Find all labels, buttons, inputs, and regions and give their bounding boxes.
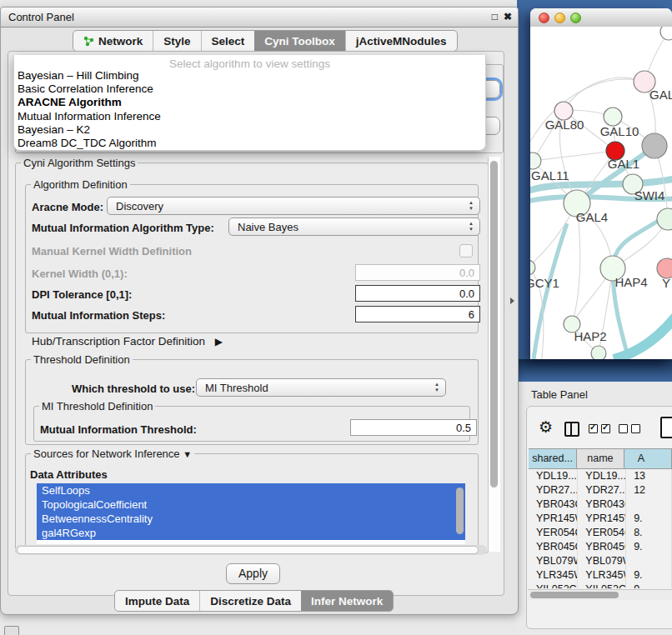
- table-row[interactable]: YDR27...YDR27...12: [529, 483, 672, 498]
- table-panel-title: Table Panel: [531, 388, 588, 401]
- attribute-item-gal4rgexp[interactable]: gal4RGexp: [37, 526, 465, 540]
- tab-style[interactable]: Style: [153, 31, 200, 51]
- control-panel-window: Control Panel □ ✖ NetworkStyleSelectCyni…: [0, 7, 519, 615]
- tab-jactivemnodules[interactable]: jActiveMNodules: [345, 31, 457, 51]
- node-gcy1[interactable]: [530, 260, 535, 275]
- scrollbar-thumb[interactable]: [530, 592, 619, 598]
- zoom-traffic-light[interactable]: [570, 12, 581, 23]
- column-header-a[interactable]: A: [624, 449, 672, 468]
- algorithm-option-basic-correlation-inference[interactable]: Basic Correlation Inference: [14, 82, 485, 96]
- data-attributes-list[interactable]: SelfLoopsTopologicalCoefficientBetweenne…: [37, 483, 465, 544]
- tab-label: Impute Data: [125, 595, 189, 608]
- table-row[interactable]: YIL052CYIL052C9: [529, 582, 672, 588]
- control-panel-title: Control Panel: [8, 11, 74, 23]
- node[interactable]: [657, 208, 672, 230]
- algorithm-option-aracne-algorithm[interactable]: ARACNE Algorithm: [14, 96, 485, 109]
- table-horizontal-scrollbar[interactable]: [528, 589, 672, 600]
- table-body[interactable]: YDL19...YDL19...13YDR27...YDR27...12YBR0…: [529, 469, 672, 588]
- table-header-row[interactable]: shared...nameA: [529, 448, 672, 469]
- network-canvas[interactable]: GALGAL80GAL10GAL1GAL11SWI4GAL4GCY1HAP4YH…: [530, 27, 672, 359]
- table-cell: YBR045C: [529, 540, 578, 554]
- gear-icon[interactable]: ⚙: [539, 419, 553, 436]
- table-row[interactable]: YBL079WYBL079W: [529, 554, 672, 568]
- scrollbar-thumb[interactable]: [490, 161, 498, 488]
- panel-divider-handle[interactable]: [510, 298, 514, 304]
- close-traffic-light[interactable]: [539, 12, 549, 23]
- float-window-icon[interactable]: □: [492, 11, 498, 22]
- tab-select[interactable]: Select: [201, 31, 255, 51]
- mi-type-combobox[interactable]: Naive Bayes ▲▼: [228, 218, 480, 236]
- node-gal11[interactable]: [530, 152, 541, 169]
- sources-title-label: Sources for Network Inference: [33, 448, 180, 460]
- table-cell: YDR27...: [578, 483, 626, 498]
- algorithm-option-dream8-dc-tdc-algorithm[interactable]: Dream8 DC_TDC Algorithm: [14, 137, 485, 150]
- spinner-arrows-icon: ▲▼: [469, 221, 474, 232]
- node-label-gal80: GAL80: [545, 118, 584, 132]
- node-label-gal11: GAL11: [531, 168, 569, 182]
- mi-steps-field[interactable]: [355, 306, 480, 322]
- table-row[interactable]: YDL19...YDL19...13: [529, 469, 672, 483]
- settings-horizontal-scrollbar[interactable]: [15, 545, 487, 555]
- attribute-item-topologicalcoefficient[interactable]: TopologicalCoefficient: [37, 498, 465, 512]
- hub-definition-toggle[interactable]: Hub/Transcription Factor Definition ▶: [32, 335, 223, 348]
- algorithm-definition-title: Algorithm Definition: [31, 178, 130, 191]
- kernel-width-field[interactable]: [355, 264, 480, 281]
- algorithm-option-bayesian-k2[interactable]: Bayesian – K2: [14, 123, 485, 137]
- tab-cyni-toolbox[interactable]: Cyni Toolbox: [254, 31, 345, 51]
- dpi-tolerance-field[interactable]: [355, 285, 480, 302]
- table-row[interactable]: YBR043CYBR043C: [529, 498, 672, 512]
- mi-threshold-field[interactable]: [350, 419, 477, 436]
- data-attributes-label: Data Attributes: [30, 468, 108, 481]
- control-panel-tabs: NetworkStyleSelectCyni ToolboxjActiveMNo…: [73, 30, 458, 52]
- apply-button[interactable]: Apply: [226, 563, 280, 584]
- table-row[interactable]: YER054CYER054C8.: [529, 526, 672, 540]
- mi-type-value: Naive Bayes: [238, 221, 298, 233]
- control-panel-titlebar[interactable]: Control Panel □ ✖: [1, 8, 518, 28]
- table-row[interactable]: YBR045CYBR045C9.: [529, 540, 672, 554]
- column-header-name[interactable]: name: [577, 449, 624, 468]
- table-cell: 9.: [626, 512, 672, 526]
- list-scrollbar-thumb[interactable]: [456, 488, 464, 534]
- node[interactable]: [660, 27, 672, 40]
- tab-label: Discretize Data: [210, 595, 291, 608]
- checked-box-icon: [601, 424, 610, 433]
- tab-discretize-data[interactable]: Discretize Data: [199, 591, 301, 611]
- table-row[interactable]: YPR145WYPR145W9.: [529, 512, 672, 526]
- node-label-gal: GAL: [649, 88, 672, 102]
- algorithm-option-mutual-information-inference[interactable]: Mutual Information Inference: [14, 110, 485, 123]
- aracne-mode-combobox[interactable]: Discovery ▲▼: [107, 197, 480, 215]
- network-window-titlebar[interactable]: [530, 8, 672, 28]
- node-table[interactable]: shared...nameA YDL19...YDL19...13YDR27..…: [529, 448, 672, 588]
- deselect-all-checkboxes-icon[interactable]: [619, 424, 640, 433]
- sources-title[interactable]: Sources for Network Inference ▼: [31, 448, 194, 460]
- checked-box-icon: [589, 424, 598, 433]
- tab-impute-data[interactable]: Impute Data: [115, 591, 199, 611]
- minimize-traffic-light[interactable]: [554, 12, 565, 23]
- tab-infer-network[interactable]: Infer Network: [301, 591, 393, 611]
- close-window-icon[interactable]: ✖: [504, 11, 512, 22]
- node[interactable]: [642, 133, 667, 158]
- aracne-mode-value: Discovery: [116, 200, 163, 212]
- tab-label: Select: [212, 35, 245, 48]
- node[interactable]: [591, 346, 606, 359]
- which-threshold-combobox[interactable]: MI Threshold ▲▼: [196, 378, 446, 397]
- attribute-item-selfloops[interactable]: SelfLoops: [37, 483, 465, 498]
- table-cell: 9: [626, 582, 672, 588]
- manual-kernel-checkbox[interactable]: [459, 244, 473, 258]
- tab-network[interactable]: Network: [73, 31, 153, 51]
- settings-vertical-scrollbar[interactable]: [488, 157, 500, 552]
- export-table-icon[interactable]: [660, 417, 672, 438]
- node-gal10[interactable]: [604, 108, 622, 126]
- node-label-gal10: GAL10: [600, 124, 639, 138]
- scrollbar-thumb[interactable]: [17, 546, 479, 554]
- select-all-checkboxes-icon[interactable]: [589, 424, 610, 433]
- column-visibility-icon[interactable]: [564, 422, 579, 437]
- network-icon: [83, 36, 94, 47]
- network-view-window[interactable]: GALGAL80GAL10GAL1GAL11SWI4GAL4GCY1HAP4YH…: [530, 8, 672, 359]
- column-header-shared-[interactable]: shared...: [529, 449, 577, 468]
- table-cell: YBR043C: [529, 498, 578, 512]
- attribute-item-betweennesscentrality[interactable]: BetweennessCentrality: [37, 512, 465, 526]
- table-row[interactable]: YLR345WYLR345W9.: [529, 568, 672, 582]
- algorithm-option-bayesian-hill-climbing[interactable]: Bayesian – Hill Climbing: [14, 69, 485, 82]
- minimized-panel-icon[interactable]: [4, 626, 19, 635]
